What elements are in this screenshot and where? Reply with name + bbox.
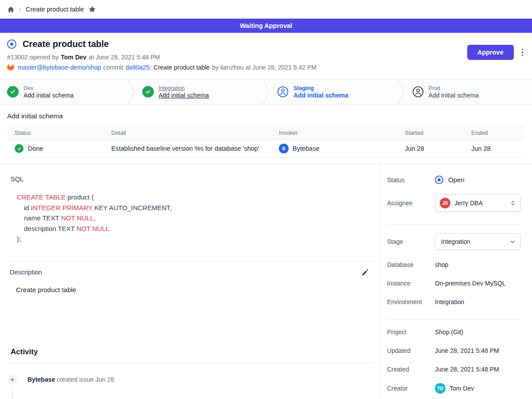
- task-table: Status Detail Invoker Started Ended Done…: [7, 126, 525, 158]
- stage-task-label: Add initial schema: [293, 92, 348, 99]
- status-banner: Waiting Approval: [0, 19, 532, 33]
- col-invoker: Invoker: [279, 129, 405, 136]
- branch-repo-link[interactable]: master@bytebase-demo/shop: [18, 64, 101, 71]
- col-detail: Detail: [111, 129, 279, 136]
- stage-env-label: Integration: [159, 85, 209, 91]
- stage-select[interactable]: Integration: [435, 233, 521, 250]
- assignee-label: Assignee: [387, 200, 435, 207]
- list-item: + Bytebase created issue Jun 28: [0, 375, 379, 384]
- instance-label: Instance: [387, 280, 435, 287]
- commit-hash-link[interactable]: da90a25: [125, 64, 150, 71]
- activity-heading: Activity: [11, 348, 379, 356]
- stage-env-label: Dev: [23, 85, 74, 91]
- home-icon[interactable]: [7, 6, 15, 13]
- more-options-icon[interactable]: [520, 47, 525, 58]
- creator-value: Tom Dev: [450, 385, 474, 392]
- timeline-line: [12, 390, 13, 399]
- stage-task-label: Add initial schema: [429, 92, 479, 99]
- stage-task-label: Add initial schema: [23, 92, 74, 99]
- stage-separator-icon: [262, 79, 270, 104]
- check-circle-icon: [142, 86, 154, 98]
- project-label: Project: [387, 329, 435, 336]
- creator-label: Creator: [387, 385, 435, 392]
- pipeline-stage-integration[interactable]: Integration Add initial schema: [135, 79, 262, 104]
- status-banner-text: Waiting Approval: [240, 22, 292, 29]
- issue-author: Tom Dev: [61, 54, 86, 61]
- table-row: Done Established baseline version %s for…: [7, 140, 525, 157]
- col-started: Started: [405, 129, 471, 136]
- stage-value: Integration: [441, 238, 505, 245]
- col-status: Status: [7, 129, 111, 136]
- check-circle-icon: [15, 144, 23, 153]
- stage-label: Stage: [387, 238, 435, 245]
- task-status: Done: [28, 145, 43, 152]
- assignee-value: Jerry DBA: [454, 200, 506, 207]
- stage-separator-icon: [127, 79, 135, 104]
- issue-sidebar: Status Open Assignee JD Jerry DBA Stage: [380, 164, 532, 399]
- commit-colon: :: [149, 64, 151, 71]
- breadcrumb: › Create product table: [0, 0, 532, 19]
- database-label: Database: [387, 261, 435, 268]
- sql-code-block: CREATE TABLE product (id INTEGER PRIMARY…: [0, 192, 379, 244]
- breadcrumb-chevron-icon: ›: [19, 6, 21, 13]
- description-label: Description: [10, 269, 42, 276]
- created-value: June 28, 2021 5:48 PM: [435, 366, 499, 373]
- gitlab-icon: [7, 64, 14, 71]
- avatar: B: [279, 144, 289, 153]
- stage-pipeline: Dev Add initial schema Integration Add i…: [0, 79, 532, 105]
- project-value: Shop (Git): [435, 329, 463, 336]
- divider: [387, 319, 521, 320]
- task-heading: Add initial schema: [7, 112, 525, 120]
- open-status-icon: [435, 176, 443, 184]
- issue-opened-time: at June 28, 2021 5:48 PM: [89, 54, 160, 61]
- task-invoker: Bytebase: [293, 145, 319, 152]
- instance-value: On-premises Dev MySQL: [435, 280, 505, 287]
- pipeline-stage-staging[interactable]: Staging Add initial schema: [270, 79, 397, 104]
- person-circle-icon: [412, 86, 424, 98]
- commit-author-time: by tianzhou at June 28, 2021 5:42 PM: [212, 64, 317, 71]
- activity-author: Bytebase: [27, 376, 55, 383]
- issue-number: #13002 opened by: [7, 54, 59, 61]
- divider: [7, 261, 374, 262]
- commit-word: commit: [103, 64, 123, 71]
- stage-env-label: Prod: [429, 85, 479, 91]
- approve-button[interactable]: Approve: [467, 45, 514, 60]
- chevron-down-icon: [509, 239, 516, 245]
- task-started: Jun 28: [405, 145, 471, 152]
- description-text: Create product table: [16, 286, 379, 293]
- stage-env-label: Staging: [293, 85, 348, 91]
- issue-meta: #13002 opened by Tom Dev at June 28, 202…: [7, 54, 525, 61]
- bytebase-issue-page: › Create product table Waiting Approval …: [0, 0, 532, 399]
- environment-value: Integration: [435, 298, 464, 305]
- updated-label: Updated: [387, 347, 435, 354]
- star-icon[interactable]: [88, 5, 96, 13]
- created-label: Created: [387, 366, 435, 373]
- activity-timeline: + Bytebase created issue Jun 28: [0, 375, 379, 399]
- issue-open-icon: [7, 39, 16, 49]
- avatar: JD: [440, 198, 450, 208]
- activity-action: created issue Jun 28: [57, 376, 114, 383]
- pipeline-stage-dev[interactable]: Dev Add initial schema: [0, 79, 127, 104]
- database-value: shop: [435, 261, 448, 268]
- status-value: Open: [448, 176, 465, 184]
- commit-message: Create product table: [153, 64, 210, 71]
- environment-label: Environment: [387, 298, 435, 305]
- task-table-header: Status Detail Invoker Started Ended: [7, 126, 525, 140]
- edit-pencil-icon[interactable]: [361, 269, 369, 276]
- divider: [387, 224, 521, 225]
- plus-icon: +: [8, 375, 17, 384]
- check-circle-icon: [7, 86, 19, 98]
- status-label: Status: [387, 176, 435, 184]
- task-section: Add initial schema Status Detail Invoker…: [0, 105, 532, 164]
- task-ended: Jun 28: [471, 145, 525, 152]
- task-detail: Established baseline version %s for data…: [111, 145, 279, 152]
- updated-value: June 28, 2021 5:48 PM: [435, 347, 499, 354]
- sql-label: SQL: [11, 176, 379, 183]
- issue-header: Create product table #13002 opened by To…: [0, 33, 532, 79]
- stage-task-label: Add initial schema: [159, 92, 209, 99]
- pipeline-stage-prod[interactable]: Prod Add initial schema: [405, 79, 532, 104]
- col-ended: Ended: [471, 129, 525, 136]
- assignee-select[interactable]: JD Jerry DBA: [435, 194, 521, 212]
- avatar: TD: [435, 383, 446, 394]
- main-content: SQL CREATE TABLE product (id INTEGER PRI…: [0, 164, 380, 399]
